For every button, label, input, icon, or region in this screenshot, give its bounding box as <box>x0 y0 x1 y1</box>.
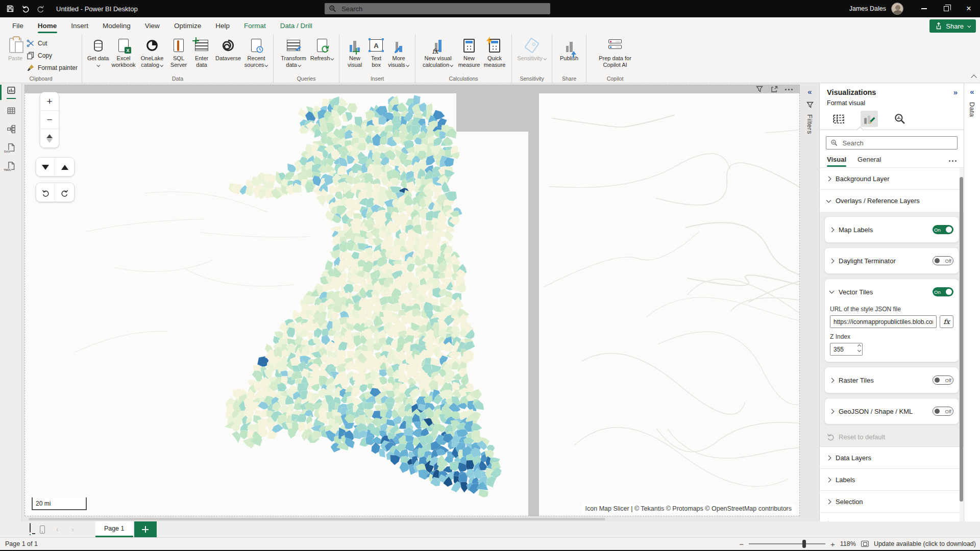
collapse-ribbon-icon[interactable] <box>971 74 976 80</box>
number-spinner[interactable] <box>858 345 861 352</box>
user-name[interactable]: James Dales <box>849 5 886 12</box>
rotate-ccw-button[interactable] <box>36 183 55 202</box>
sidebar-item-table-view[interactable] <box>0 102 22 120</box>
section-selection[interactable]: Selection <box>820 491 964 513</box>
more-options-icon[interactable] <box>785 89 787 90</box>
onelake-catalog-button[interactable]: OneLake catalog <box>137 36 167 69</box>
new-visual-button[interactable]: New visual <box>344 36 366 69</box>
sql-server-button[interactable]: SQL Server <box>167 36 190 69</box>
filter-icon[interactable] <box>755 85 764 93</box>
dataverse-button[interactable]: Dataverse <box>213 36 243 63</box>
refresh-button[interactable]: Refresh <box>309 36 335 63</box>
sidebar-item-tmdl-view[interactable]: TMDL <box>0 157 22 175</box>
sidebar-item-model-view[interactable] <box>0 120 22 138</box>
publish-button[interactable]: Publish <box>556 36 582 63</box>
menu-tab-view[interactable]: View <box>138 17 167 34</box>
redo-icon[interactable] <box>37 5 45 13</box>
chevron-right-icon[interactable] <box>829 378 835 383</box>
expand-data-icon[interactable]: « <box>970 87 974 96</box>
geojson-toggle[interactable]: Off <box>933 407 953 416</box>
tilt-down-button[interactable] <box>36 158 55 177</box>
menu-tab-home[interactable]: Home <box>31 17 64 34</box>
collapse-visualizations-icon[interactable]: » <box>953 88 958 96</box>
analytics-tab-icon[interactable] <box>891 111 909 127</box>
reset-to-default-button[interactable]: Reset to default <box>824 429 959 444</box>
cut-button[interactable]: Cut <box>27 38 78 48</box>
data-pane-label[interactable]: Data <box>968 102 976 117</box>
copilot-prep-button[interactable]: Prep data for Copilot AI <box>591 36 640 69</box>
save-icon[interactable] <box>6 5 14 13</box>
update-available-link[interactable]: Update available (click to download) <box>874 540 976 547</box>
section-background-layer[interactable]: Background Layer <box>820 168 964 190</box>
zoom-out-icon[interactable]: − <box>739 540 744 548</box>
format-tab-icon[interactable] <box>861 111 878 127</box>
map-labels-toggle[interactable]: On <box>933 225 953 234</box>
menu-tab-format[interactable]: Format <box>237 17 273 34</box>
canvas-horizontal-scrollbar[interactable] <box>24 517 800 521</box>
mobile-layout-button[interactable] <box>40 525 45 534</box>
map-zoom-out-button[interactable]: − <box>40 111 59 129</box>
tab-visual[interactable]: Visual <box>827 156 846 167</box>
avatar[interactable] <box>891 3 903 15</box>
sidebar-item-dax-query-view[interactable]: DAX <box>0 138 22 157</box>
zoom-in-icon[interactable]: + <box>830 540 835 548</box>
raster-tiles-toggle[interactable]: Off <box>933 375 953 385</box>
restore-button[interactable] <box>935 0 958 17</box>
menu-tab-data-drill[interactable]: Data / Drill <box>273 17 320 34</box>
tab-general[interactable]: General <box>857 156 881 167</box>
sidebar-item-report-view[interactable] <box>0 83 22 102</box>
focus-mode-icon[interactable] <box>770 85 778 93</box>
format-search-input[interactable] <box>842 139 953 147</box>
menu-tab-optimize[interactable]: Optimize <box>167 17 208 34</box>
daylight-terminator-toggle[interactable]: Off <box>933 256 953 265</box>
transform-data-button[interactable]: Transform data <box>278 36 309 69</box>
fx-conditional-format-button[interactable]: fx <box>940 315 953 328</box>
section-data-layers[interactable]: Data Layers <box>820 447 964 469</box>
copy-button[interactable]: Copy <box>27 51 78 61</box>
pane-more-options-icon[interactable] <box>949 156 957 166</box>
menu-tab-modeling[interactable]: Modeling <box>95 17 138 34</box>
paste-button[interactable]: Paste <box>4 36 27 63</box>
quick-measure-button[interactable]: Quick measure <box>482 36 507 69</box>
tilt-up-button[interactable] <box>55 158 74 177</box>
filters-pane-label[interactable]: Filters <box>806 114 814 134</box>
expand-filters-icon[interactable]: « <box>807 87 812 96</box>
chevron-down-icon[interactable] <box>829 289 835 294</box>
global-search[interactable] <box>325 3 550 14</box>
sensitivity-button[interactable]: Sensitivity <box>516 36 548 63</box>
rotate-cw-button[interactable] <box>55 183 74 202</box>
chevron-right-icon[interactable] <box>829 409 835 414</box>
next-page-icon[interactable]: › <box>69 525 76 533</box>
menu-tab-insert[interactable]: Insert <box>64 17 95 34</box>
undo-icon[interactable] <box>21 5 30 13</box>
share-button[interactable]: Share <box>929 19 976 33</box>
zoom-slider[interactable] <box>749 543 825 544</box>
global-search-input[interactable] <box>340 5 546 13</box>
desktop-layout-button[interactable] <box>30 523 31 535</box>
enter-data-button[interactable]: Enter data <box>190 36 213 69</box>
vector-tiles-toggle[interactable]: On <box>933 287 953 296</box>
menu-tab-help[interactable]: Help <box>208 17 237 34</box>
map-visual[interactable]: + − 20 mi Icon Map Slicer | © Tekantis ©… <box>24 85 800 516</box>
new-measure-button[interactable]: New measure <box>456 36 482 69</box>
new-visual-calculation-button[interactable]: fx New visual calculation <box>420 36 456 69</box>
prev-page-icon[interactable]: ‹ <box>54 525 60 533</box>
new-page-button[interactable] <box>134 521 157 537</box>
map-pitch-button[interactable] <box>40 129 59 147</box>
zoom-slider-handle[interactable] <box>802 540 806 548</box>
format-search-box[interactable] <box>826 136 958 149</box>
excel-workbook-button[interactable]: X Excel workbook <box>110 36 137 69</box>
fit-to-page-icon[interactable] <box>861 541 869 547</box>
minimize-button[interactable] <box>913 0 935 17</box>
get-data-button[interactable]: Get data <box>86 36 110 69</box>
more-visuals-button[interactable]: More visuals <box>386 36 411 69</box>
fields-tab-icon[interactable] <box>830 111 847 127</box>
map-zoom-in-button[interactable]: + <box>40 92 59 111</box>
style-json-url-input[interactable] <box>830 315 937 328</box>
format-painter-button[interactable]: Format painter <box>27 63 78 73</box>
chevron-right-icon[interactable] <box>829 227 835 232</box>
choropleth-map[interactable] <box>24 85 800 516</box>
section-overlays[interactable]: Overlays / Reference Layers <box>820 190 964 212</box>
page-tab[interactable]: Page 1 <box>95 521 133 537</box>
text-box-button[interactable]: A Text box <box>366 36 386 69</box>
